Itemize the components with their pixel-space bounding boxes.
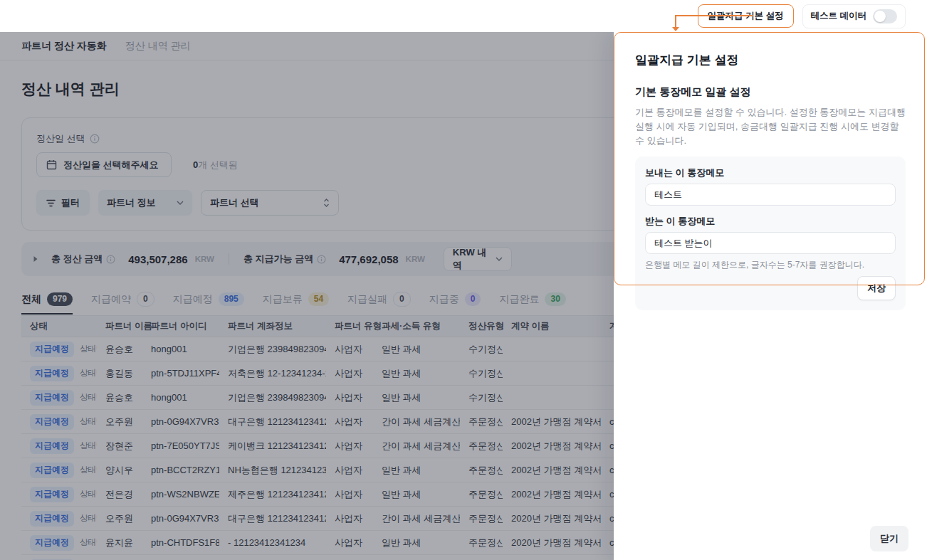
receiver-memo-input[interactable]: [645, 232, 896, 254]
test-data-toggle-group: 테스트 데이터: [802, 4, 906, 28]
toggle-knob: [874, 11, 886, 22]
bulk-payment-settings-button[interactable]: 일괄지급 기본 설정: [698, 4, 794, 28]
sender-memo-label: 보내는 이 통장메모: [645, 167, 896, 179]
test-data-label: 테스트 데이터: [811, 10, 866, 22]
callout-connector-line: [675, 15, 676, 27]
receiver-memo-label: 받는 이 통장메모: [645, 215, 896, 228]
memo-section-title: 기본 통장메모 일괄 설정: [635, 85, 906, 99]
save-button[interactable]: 저장: [857, 276, 896, 300]
close-button[interactable]: 닫기: [870, 526, 908, 551]
callout-connector-line: [675, 15, 753, 16]
sender-memo-input[interactable]: [645, 184, 896, 206]
memo-helper-text: 은행별 메모 길이 제한으로, 글자수는 5-7자를 권장합니다.: [645, 259, 896, 271]
callout-arrow-icon: [672, 27, 679, 31]
test-data-toggle[interactable]: [873, 9, 897, 23]
top-bar: 일괄지급 기본 설정 테스트 데이터: [0, 0, 927, 32]
bulk-payment-settings-drawer: 일괄지급 기본 설정 기본 통장메모 일괄 설정 기본 통장메모를 설정할 수 …: [614, 32, 927, 560]
memo-section-description: 기본 통장메모를 설정할 수 있습니다. 설정한 통장메모는 지급대행 실행 시…: [635, 105, 906, 148]
drawer-title: 일괄지급 기본 설정: [635, 52, 906, 68]
memo-settings-card: 보내는 이 통장메모 받는 이 통장메모 은행별 메모 길이 제한으로, 글자수…: [635, 157, 906, 310]
